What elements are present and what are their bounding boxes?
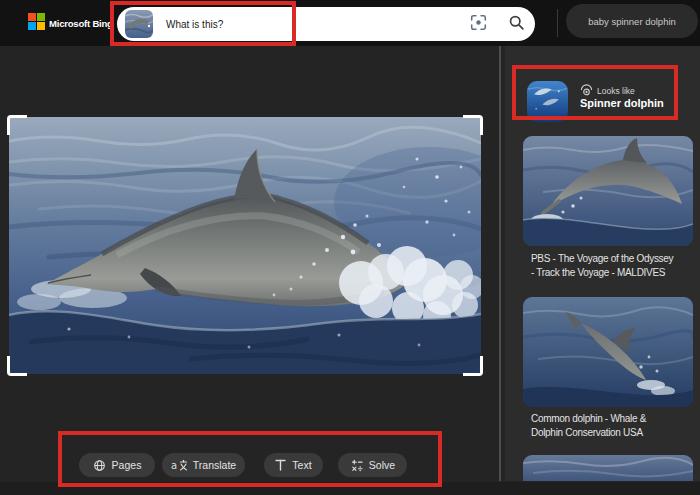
page-bottom-strip [0, 482, 700, 495]
globe-icon [93, 459, 106, 472]
query-image-thumbnail[interactable] [125, 10, 153, 38]
crop-handle-top-left[interactable] [7, 115, 27, 135]
looks-like-row: Looks like [580, 84, 635, 97]
results-sidebar: Looks like Spinner dolphin [505, 46, 700, 481]
crop-handle-bottom-right[interactable] [463, 356, 483, 376]
text-label: Text [292, 459, 311, 471]
search-icon[interactable] [508, 14, 525, 31]
crop-handle-top-right[interactable] [463, 115, 483, 135]
logo-square-red [28, 13, 36, 21]
dolphin-photo [9, 117, 481, 374]
translate-button[interactable]: a Translate [162, 453, 245, 477]
result-image-2[interactable] [523, 297, 693, 407]
logo-square-green [37, 13, 45, 21]
topbar-divider [557, 9, 558, 37]
looks-like-icon [580, 84, 593, 97]
result-caption-2[interactable]: Common dolphin - Whale & Dolphin Conserv… [531, 412, 697, 440]
solve-button[interactable]: Solve [338, 453, 407, 477]
pages-label: Pages [112, 459, 142, 471]
logo-square-yellow [37, 22, 45, 30]
svg-text:a: a [171, 460, 177, 471]
text-button[interactable]: Text [264, 453, 323, 477]
bing-visual-search-page: Microsoft Bing What is this? [0, 0, 700, 495]
crop-handle-bottom-left[interactable] [7, 356, 27, 376]
solve-label: Solve [369, 459, 395, 471]
translate-icon: a [171, 459, 187, 471]
result-image-3[interactable] [523, 455, 693, 481]
looks-like-label: Looks like [597, 86, 635, 96]
result-caption-1[interactable]: PBS - The Voyage of the Odyssey - Track … [531, 252, 697, 280]
top-bar: Microsoft Bing What is this? [0, 0, 700, 46]
logo-square-blue [28, 22, 36, 30]
related-search-label: baby spinner dolphin [588, 16, 676, 27]
text-icon [275, 459, 286, 471]
microsoft-logo-icon[interactable] [28, 13, 45, 30]
search-query-text: What is this? [166, 7, 223, 41]
looks-like-thumbnail[interactable] [527, 81, 568, 122]
visual-search-icon[interactable] [470, 14, 487, 31]
brand-title[interactable]: Microsoft Bing [49, 0, 113, 46]
looks-like-title[interactable]: Spinner dolphin [580, 97, 664, 109]
scrollbar[interactable] [499, 46, 501, 481]
result-image-1[interactable] [523, 136, 693, 246]
related-search-pill[interactable]: baby spinner dolphin [566, 4, 698, 38]
translate-label: Translate [193, 459, 236, 471]
pages-button[interactable]: Pages [79, 453, 155, 477]
solve-icon [350, 459, 363, 472]
query-image[interactable] [9, 117, 481, 374]
